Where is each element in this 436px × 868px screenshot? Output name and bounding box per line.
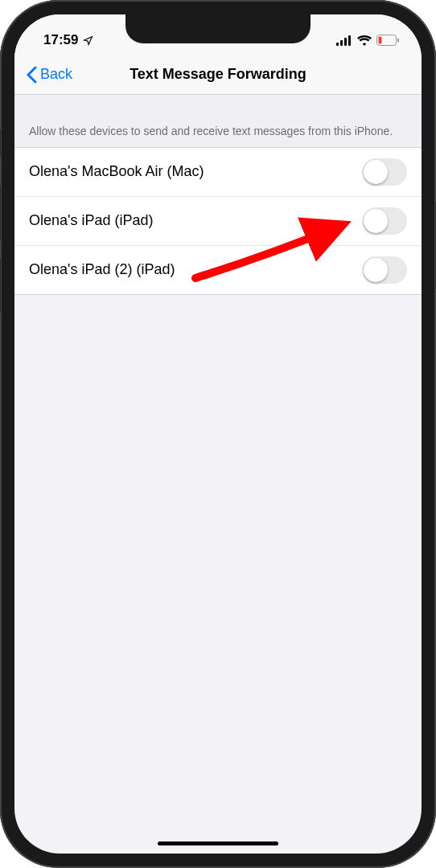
toggle-knob <box>364 209 388 233</box>
location-icon <box>83 35 93 46</box>
volume-up-button <box>0 185 1 241</box>
device-toggle-ipad[interactable] <box>362 207 407 235</box>
svg-rect-6 <box>397 39 399 43</box>
toggle-knob <box>364 160 388 184</box>
battery-low-icon <box>376 35 399 46</box>
device-list: Olena's MacBook Air (Mac) Olena's iPad (… <box>14 147 422 295</box>
phone-frame: 17:59 <box>0 0 436 868</box>
device-row: Olena's iPad (2) (iPad) <box>14 246 422 294</box>
device-toggle-ipad2[interactable] <box>362 256 407 284</box>
nav-bar: Back Text Message Forwarding <box>14 55 422 95</box>
device-row: Olena's MacBook Air (Mac) <box>14 148 422 197</box>
status-time: 17:59 <box>43 32 78 48</box>
phone-screen: 17:59 <box>14 14 422 854</box>
back-label: Back <box>40 66 72 83</box>
chevron-left-icon <box>26 66 37 84</box>
device-label: Olena's iPad (iPad) <box>29 212 154 229</box>
wifi-icon <box>357 35 372 46</box>
back-button[interactable]: Back <box>26 66 72 84</box>
svg-rect-3 <box>348 35 351 46</box>
device-row: Olena's iPad (iPad) <box>14 197 422 246</box>
svg-rect-0 <box>336 43 339 46</box>
volume-down-button <box>0 257 1 313</box>
device-toggle-macbook[interactable] <box>362 158 407 186</box>
notch <box>125 14 311 43</box>
status-right <box>336 35 399 46</box>
svg-rect-5 <box>379 37 382 44</box>
cellular-signal-icon <box>336 35 352 46</box>
svg-rect-1 <box>340 40 343 46</box>
section-header: Allow these devices to send and receive … <box>14 95 422 147</box>
content: Allow these devices to send and receive … <box>14 95 422 295</box>
page-title: Text Message Forwarding <box>14 66 422 83</box>
toggle-knob <box>364 258 388 282</box>
device-label: Olena's iPad (2) (iPad) <box>29 261 175 278</box>
mute-switch <box>0 129 1 158</box>
device-label: Olena's MacBook Air (Mac) <box>29 163 204 180</box>
status-left: 17:59 <box>43 32 93 48</box>
svg-rect-2 <box>344 38 347 46</box>
home-indicator[interactable] <box>158 841 278 845</box>
